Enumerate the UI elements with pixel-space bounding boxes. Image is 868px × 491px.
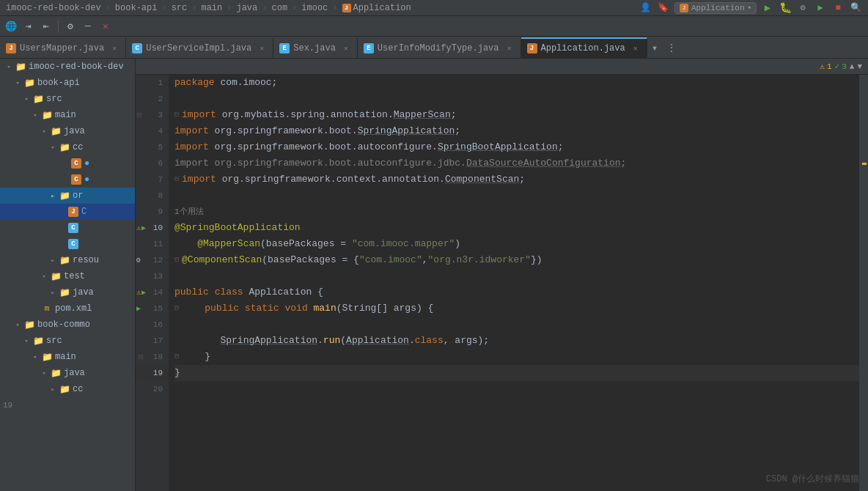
code-editor: ⚠ 1 ✓ 3 ▲ ▼ 1 2 ⊟ 3 bbox=[136, 59, 868, 491]
code-text: org.springframework.boot. bbox=[209, 123, 358, 139]
bookmark-icon[interactable]: 🔖 bbox=[657, 1, 670, 15]
profile-icon[interactable]: 👤 bbox=[639, 1, 652, 15]
tree-label: ● bbox=[84, 158, 89, 169]
tree-item-file-1[interactable]: C ● bbox=[0, 155, 135, 171]
tab-close-sex[interactable]: ✕ bbox=[341, 43, 351, 53]
expand-down-icon[interactable]: ▼ bbox=[857, 62, 862, 71]
line-num-17: 17 bbox=[136, 333, 169, 349]
tree-item-book-commo[interactable]: ▾ 📁 book-commo bbox=[0, 317, 135, 333]
breadcrumb-main[interactable]: main bbox=[201, 3, 222, 13]
code-text: org.mybatis.spring.annotation. bbox=[216, 107, 394, 123]
tree-item-resou[interactable]: ▸ 📁 resou bbox=[0, 252, 135, 268]
tree-item-cc[interactable]: ▾ 📁 cc bbox=[0, 139, 135, 155]
code-line-12: ⊟ @ComponentScan(basePackages = {"com.im… bbox=[174, 252, 859, 268]
line-num-18: ⊟ 18 bbox=[136, 349, 169, 365]
code-line-11: @MapperScan(basePackages = "com.imooc.ma… bbox=[174, 236, 859, 252]
tree-item-src-commo[interactable]: ▾ 📁 src bbox=[0, 333, 135, 349]
open-brace: { bbox=[317, 284, 323, 300]
breadcrumb-src[interactable]: src bbox=[172, 3, 188, 13]
globe-button[interactable]: 🌐 bbox=[3, 18, 19, 34]
code-text: , bbox=[444, 333, 455, 349]
tree-item-src[interactable]: ▾ 📁 src bbox=[0, 91, 135, 107]
tab-close-application[interactable]: ✕ bbox=[630, 43, 641, 53]
settings-icon[interactable]: ⚙ bbox=[796, 1, 809, 15]
code-line-19: } bbox=[174, 365, 859, 381]
editor-notification-bar: ⚠ 1 ✓ 3 ▲ ▼ bbox=[136, 59, 868, 75]
breadcrumb-bar: imooc-red-book-dev › book-api › src › ma… bbox=[0, 0, 868, 16]
code-text: ; bbox=[558, 139, 564, 155]
tree-item-main[interactable]: ▾ 📁 main bbox=[0, 107, 135, 123]
debug-button[interactable]: 🐛 bbox=[779, 1, 792, 15]
tree-arrow: ▾ bbox=[38, 270, 50, 282]
code-text: ) { bbox=[416, 300, 433, 317]
tab-user-info-modify[interactable]: E UserInfoModifyType.java ✕ bbox=[358, 37, 521, 58]
tree-item-test[interactable]: ▾ 📁 test bbox=[0, 268, 135, 284]
tree-label: C bbox=[81, 207, 87, 217]
tree-item-cc-commo[interactable]: ▸ 📁 cc bbox=[0, 381, 135, 397]
indent-button[interactable]: ⇥ bbox=[21, 18, 37, 34]
run-config-icon: J bbox=[680, 4, 688, 12]
tree-item-java-main[interactable]: ▾ 📁 java bbox=[0, 123, 135, 139]
stop-icon[interactable]: ■ bbox=[831, 1, 845, 15]
tab-close-users-mapper[interactable]: ✕ bbox=[109, 43, 119, 53]
line-num-indicator: 19 bbox=[3, 401, 12, 410]
keyword-public2: public bbox=[182, 300, 239, 317]
code-line-18: ⊟ } bbox=[174, 349, 859, 365]
tree-item-book-api[interactable]: ▾ 📁 book-api bbox=[0, 75, 135, 91]
search-icon[interactable]: 🔍 bbox=[849, 1, 862, 15]
tree-item-main-commo[interactable]: ▾ 📁 main bbox=[0, 349, 135, 365]
tree-item-file-2[interactable]: C ● bbox=[0, 171, 135, 188]
tab-more-button[interactable]: ▾ bbox=[647, 37, 662, 58]
tree-item-application-java[interactable]: J C bbox=[0, 204, 135, 220]
line-num-4: 4 bbox=[136, 123, 169, 139]
breadcrumb-book-api[interactable]: book-api bbox=[115, 3, 158, 13]
close-button[interactable]: ✕ bbox=[98, 18, 114, 34]
tree-arrow: ▸ bbox=[47, 383, 59, 395]
tree-item-file-3[interactable]: C bbox=[0, 220, 135, 236]
tree-label: or bbox=[73, 191, 83, 201]
tree-arrow: ▾ bbox=[12, 319, 23, 331]
tab-close-user-service-impl[interactable]: ✕ bbox=[257, 43, 267, 53]
dedent-button[interactable]: ⇤ bbox=[38, 18, 54, 34]
breadcrumb-java[interactable]: java bbox=[236, 3, 257, 13]
tree-arrow: ▾ bbox=[12, 77, 23, 89]
gutter-icons-14: ⚠ ▶ bbox=[136, 288, 146, 297]
code-text: }) bbox=[531, 252, 542, 268]
tree-arrow: ▸ bbox=[47, 254, 59, 266]
minimize-button[interactable]: — bbox=[80, 18, 96, 34]
tab-users-mapper[interactable]: J UsersMapper.java ✕ bbox=[0, 37, 126, 58]
code-text bbox=[308, 300, 314, 317]
breadcrumb-imooc[interactable]: imooc-red-book-dev bbox=[6, 3, 101, 13]
tab-application[interactable]: J Application.java ✕ bbox=[521, 37, 647, 58]
tree-item-pom-xml[interactable]: m pom.xml bbox=[0, 300, 135, 317]
tab-menu-button[interactable]: ⋮ bbox=[662, 37, 681, 58]
main-layout: ▾ 📁 imooc-red-book-dev ▾ 📁 book-api ▾ 📁 … bbox=[0, 59, 868, 491]
tree-label: java bbox=[64, 126, 85, 136]
breadcrumb-com[interactable]: com bbox=[271, 3, 287, 13]
tree-item-imooc-red-book-dev[interactable]: ▾ 📁 imooc-red-book-dev bbox=[0, 59, 135, 75]
expand-up-icon[interactable]: ▲ bbox=[850, 62, 855, 71]
code-highlight: ComponentScan bbox=[445, 171, 519, 188]
folder-icon: 📁 bbox=[50, 270, 62, 282]
run-config-selector[interactable]: J Application ▾ bbox=[674, 2, 757, 14]
usage-hint: 1个用法 bbox=[174, 204, 204, 220]
tree-item-or[interactable]: ▸ 📁 or bbox=[0, 188, 135, 204]
line-num-3: ⊟ 3 bbox=[136, 107, 169, 123]
tab-bar: J UsersMapper.java ✕ C UserServiceImpl.j… bbox=[0, 37, 868, 59]
tab-user-service-impl[interactable]: C UserServiceImpl.java ✕ bbox=[126, 37, 273, 58]
tab-sex[interactable]: E Sex.java ✕ bbox=[273, 37, 358, 58]
run2-icon[interactable]: ▶ bbox=[814, 1, 827, 15]
tree-item-java-test[interactable]: ▸ 📁 java bbox=[0, 284, 135, 300]
minimap-scrollbar[interactable] bbox=[859, 75, 868, 491]
code-content[interactable]: package com.imooc; ⊟ import org.mybatis.… bbox=[169, 75, 859, 491]
run-button[interactable]: ▶ bbox=[761, 1, 774, 15]
breadcrumb-imooc2[interactable]: imooc bbox=[301, 3, 328, 13]
code-text: ; bbox=[451, 107, 457, 123]
tree-item-file-4[interactable]: C bbox=[0, 236, 135, 252]
gear-button[interactable]: ⚙ bbox=[62, 18, 78, 34]
code-line-7: ⊟ import org.springframework.context.ann… bbox=[174, 171, 859, 188]
tree-label: main bbox=[55, 110, 76, 120]
tree-item-java-commo[interactable]: ▾ 📁 java bbox=[0, 365, 135, 381]
tree-arrow: ▾ bbox=[29, 109, 41, 121]
tab-close-user-info-modify[interactable]: ✕ bbox=[504, 43, 515, 53]
